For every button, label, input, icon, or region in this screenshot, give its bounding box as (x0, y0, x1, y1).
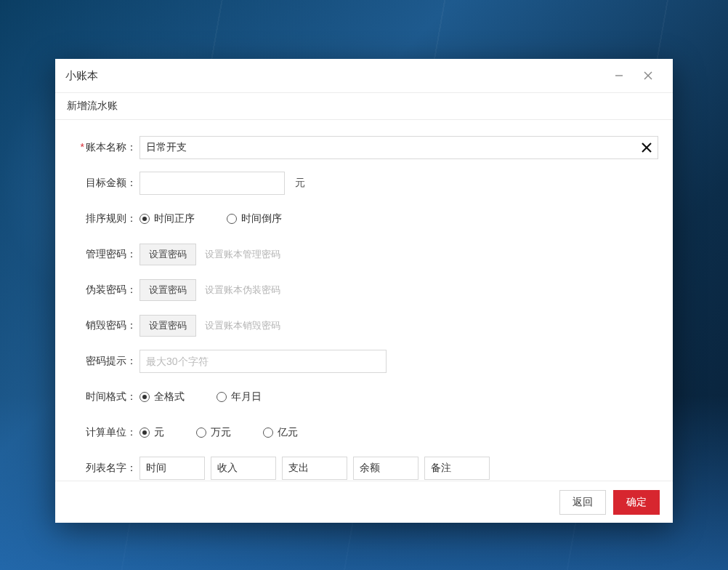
radio-dot-icon (139, 214, 150, 224)
label-target-amount: 目标金额： (70, 177, 139, 190)
list-name-income-input[interactable] (211, 457, 276, 480)
radio-unit-yi[interactable]: 亿元 (263, 426, 298, 439)
radio-time-full[interactable]: 全格式 (139, 390, 185, 404)
label-calc-unit: 计算单位： (70, 426, 139, 439)
radio-time-ymd[interactable]: 年月日 (217, 390, 262, 404)
list-names-control (139, 457, 658, 480)
destroy-password-control: 设置密码 设置账本销毁密码 (139, 315, 658, 337)
set-fake-password-button[interactable]: 设置密码 (139, 279, 196, 301)
radio-dot-icon (139, 428, 150, 438)
row-admin-password: 管理密码： 设置密码 设置账本管理密码 (70, 243, 658, 266)
titlebar: 小账本 (55, 59, 673, 92)
window-title: 小账本 (65, 69, 604, 83)
minimize-button[interactable] (604, 64, 634, 87)
row-list-names: 列表名字： (70, 457, 658, 480)
radio-dot-icon (196, 428, 206, 438)
amount-unit: 元 (295, 177, 305, 190)
admin-password-hint: 设置账本管理密码 (205, 248, 280, 261)
ledger-name-control (139, 136, 658, 159)
clear-icon[interactable] (635, 136, 658, 159)
label-admin-password: 管理密码： (70, 248, 139, 261)
radio-sort-desc[interactable]: 时间倒序 (227, 212, 282, 225)
target-amount-control: 元 (139, 172, 658, 195)
time-format-options: 全格式 年月日 (139, 390, 658, 404)
fake-password-hint: 设置账本伪装密码 (205, 284, 280, 297)
fake-password-control: 设置密码 设置账本伪装密码 (139, 279, 658, 301)
label-password-hint: 密码提示： (70, 355, 139, 368)
list-name-remark-input[interactable] (424, 457, 490, 480)
label-destroy-password: 销毁密码： (70, 319, 139, 332)
label-time-format: 时间格式： (70, 390, 139, 404)
radio-dot-icon (217, 392, 227, 402)
radio-dot-icon (263, 428, 273, 438)
calc-unit-options: 元 万元 亿元 (139, 426, 658, 439)
password-hint-input[interactable] (139, 350, 387, 373)
set-destroy-password-button[interactable]: 设置密码 (139, 315, 196, 337)
radio-unit-yuan[interactable]: 元 (139, 426, 164, 439)
row-ledger-name: *账本名称： (70, 136, 658, 159)
dialog-footer: 返回 确定 (55, 481, 673, 523)
admin-password-control: 设置密码 设置账本管理密码 (139, 244, 658, 265)
ledger-name-input[interactable] (139, 136, 658, 159)
required-marker: * (81, 141, 84, 153)
radio-dot-icon (139, 392, 150, 402)
target-amount-input[interactable] (139, 172, 285, 195)
ok-button[interactable]: 确定 (613, 490, 660, 515)
row-sort-rule: 排序规则： 时间正序 时间倒序 (70, 207, 658, 230)
destroy-password-hint: 设置账本销毁密码 (205, 319, 280, 332)
section-title: 新增流水账 (55, 92, 673, 120)
radio-sort-asc[interactable]: 时间正序 (139, 212, 195, 225)
row-time-format: 时间格式： 全格式 年月日 (70, 385, 658, 409)
list-name-time-input[interactable] (139, 457, 205, 480)
label-ledger-name: *账本名称： (70, 141, 139, 154)
app-window: 小账本 新增流水账 *账本名称： 目标金额： 元 (55, 59, 673, 523)
row-destroy-password: 销毁密码： 设置密码 设置账本销毁密码 (70, 314, 658, 337)
row-password-hint: 密码提示： (70, 350, 658, 373)
label-sort-rule: 排序规则： (70, 212, 139, 225)
list-name-expense-input[interactable] (282, 457, 347, 480)
row-calc-unit: 计算单位： 元 万元 亿元 (70, 421, 658, 444)
list-name-balance-input[interactable] (353, 457, 418, 480)
form-area: *账本名称： 目标金额： 元 排序规则： 时间正序 时间倒序 (55, 120, 673, 481)
row-target-amount: 目标金额： 元 (70, 172, 658, 195)
back-button[interactable]: 返回 (559, 490, 606, 515)
label-list-names: 列表名字： (70, 462, 139, 475)
row-fake-password: 伪装密码： 设置密码 设置账本伪装密码 (70, 278, 658, 302)
radio-dot-icon (227, 214, 237, 224)
sort-rule-options: 时间正序 时间倒序 (139, 212, 658, 225)
label-fake-password: 伪装密码： (70, 284, 139, 297)
set-admin-password-button[interactable]: 设置密码 (139, 244, 196, 265)
radio-unit-wan[interactable]: 万元 (196, 426, 231, 439)
close-button[interactable] (634, 64, 663, 87)
password-hint-control (139, 350, 658, 373)
